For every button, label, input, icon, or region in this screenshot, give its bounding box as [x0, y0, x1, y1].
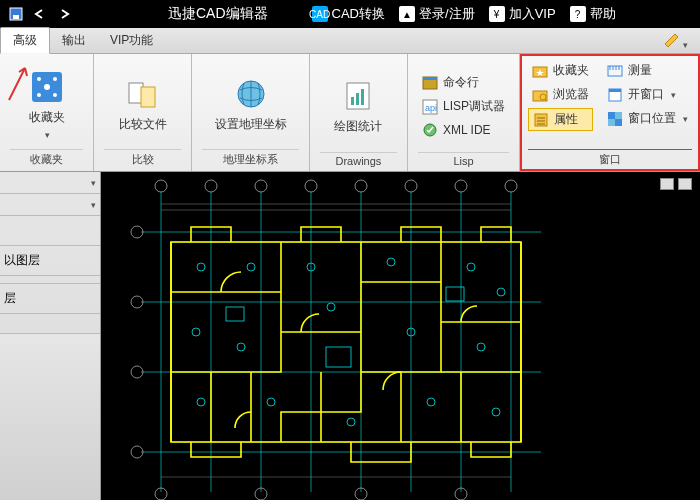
user-icon: ▲ [399, 6, 415, 22]
side-bylayer-label[interactable]: 以图层 [0, 246, 100, 276]
cad-convert-button[interactable]: CADCAD转换 [312, 5, 385, 23]
stats-icon [340, 78, 376, 114]
winpos-icon [607, 111, 623, 127]
svg-point-74 [192, 328, 200, 336]
compare-icon [125, 76, 161, 112]
svg-point-82 [427, 398, 435, 406]
svg-rect-14 [361, 89, 364, 105]
svg-point-6 [53, 93, 57, 97]
side-layer-label[interactable]: 层 [0, 284, 100, 314]
app-title: 迅捷CAD编辑器 [168, 5, 268, 23]
xml-icon [422, 122, 438, 138]
annotation-arrow [5, 62, 37, 102]
group-label-compare: 比较 [104, 149, 181, 169]
svg-point-55 [355, 180, 367, 192]
window-group-highlighted: 收藏夹 浏览器 属性 测量 开窗口▾ 窗口位置▾ 窗口 [520, 54, 700, 171]
svg-rect-37 [608, 119, 615, 126]
tab-advanced[interactable]: 高级 [0, 27, 50, 54]
side-dropdown-2[interactable]: ▾ [0, 194, 100, 216]
debugger-icon: api [422, 99, 438, 115]
title-bar: 迅捷CAD编辑器 CADCAD转换 ▲登录/注册 ¥加入VIP ?帮助 [0, 0, 700, 28]
svg-point-7 [44, 84, 50, 90]
win-properties-button[interactable]: 属性 [528, 108, 593, 131]
yen-icon: ¥ [489, 6, 505, 22]
svg-point-80 [267, 398, 275, 406]
svg-point-78 [477, 343, 485, 351]
question-icon: ? [570, 6, 586, 22]
side-panel: ▾ ▾ 以图层 层 [0, 172, 101, 500]
svg-text:api: api [425, 103, 437, 113]
set-geo-coords-button[interactable]: 设置地理坐标 [209, 72, 293, 137]
properties-icon [533, 112, 549, 128]
cmdline-icon [422, 75, 438, 91]
login-button[interactable]: ▲登录/注册 [399, 5, 475, 23]
svg-point-71 [387, 258, 395, 266]
ribbon: 收藏夹▾ 收藏夹 比较文件 比较 设置地理坐标 地理坐标系 绘图统计 [0, 54, 700, 172]
win-position-button[interactable]: 窗口位置▾ [603, 108, 692, 129]
svg-rect-16 [423, 77, 437, 80]
svg-rect-13 [356, 93, 359, 105]
save-icon[interactable] [8, 6, 24, 22]
help-button[interactable]: ?帮助 [570, 5, 616, 23]
svg-point-58 [505, 180, 517, 192]
svg-rect-1 [13, 15, 19, 19]
svg-point-54 [305, 180, 317, 192]
svg-point-3 [37, 77, 41, 81]
svg-point-56 [405, 180, 417, 192]
customize-icon[interactable]: ▾ [663, 32, 688, 52]
group-label-geo: 地理坐标系 [202, 149, 299, 169]
svg-point-81 [347, 418, 355, 426]
vip-button[interactable]: ¥加入VIP [489, 5, 556, 23]
svg-point-68 [197, 263, 205, 271]
undo-icon[interactable] [32, 6, 48, 22]
win-measure-button[interactable]: 测量 [603, 60, 692, 81]
svg-rect-9 [141, 87, 155, 107]
drawing-stats-button[interactable]: 绘图统计 [328, 74, 388, 139]
measure-icon [607, 63, 623, 79]
svg-point-79 [197, 398, 205, 406]
svg-rect-36 [615, 112, 622, 119]
svg-rect-84 [326, 347, 351, 367]
group-label-lisp: Lisp [418, 152, 509, 169]
xml-ide-button[interactable]: XML IDE [418, 120, 509, 140]
svg-rect-12 [351, 97, 354, 105]
browser-icon [532, 87, 548, 103]
group-label-drawings: Drawings [320, 152, 397, 169]
folder-star-icon [532, 63, 548, 79]
lisp-debugger-button[interactable]: apiLISP调试器 [418, 96, 509, 117]
svg-rect-85 [226, 307, 244, 321]
svg-point-4 [53, 77, 57, 81]
redo-icon[interactable] [56, 6, 72, 22]
drawing-canvas[interactable] [101, 172, 700, 500]
svg-point-52 [205, 180, 217, 192]
svg-point-76 [327, 303, 335, 311]
svg-point-53 [255, 180, 267, 192]
svg-point-69 [247, 263, 255, 271]
svg-point-75 [237, 343, 245, 351]
group-label-window: 窗口 [528, 149, 692, 169]
cad-icon: CAD [312, 6, 328, 22]
compare-files-button[interactable]: 比较文件 [113, 72, 173, 137]
globe-icon [233, 76, 269, 112]
svg-point-5 [37, 93, 41, 97]
win-browser-button[interactable]: 浏览器 [528, 84, 593, 105]
window-icon [607, 87, 623, 103]
cad-drawing [101, 172, 700, 500]
svg-point-83 [492, 408, 500, 416]
win-favorites-button[interactable]: 收藏夹 [528, 60, 593, 81]
workspace: ▾ ▾ 以图层 层 [0, 172, 700, 500]
svg-point-72 [467, 263, 475, 271]
svg-rect-34 [609, 89, 621, 92]
svg-rect-38 [615, 119, 622, 126]
svg-point-73 [497, 288, 505, 296]
side-dropdown-1[interactable]: ▾ [0, 172, 100, 194]
win-open-window-button[interactable]: 开窗口▾ [603, 84, 692, 105]
tab-bar: 高级 输出 VIP功能 ▾ [0, 28, 700, 54]
svg-point-57 [455, 180, 467, 192]
command-line-button[interactable]: 命令行 [418, 72, 509, 93]
tab-vip-functions[interactable]: VIP功能 [98, 28, 165, 53]
group-label-favorites: 收藏夹 [10, 149, 83, 169]
svg-point-51 [155, 180, 167, 192]
svg-rect-35 [608, 112, 615, 119]
tab-output[interactable]: 输出 [50, 28, 98, 53]
